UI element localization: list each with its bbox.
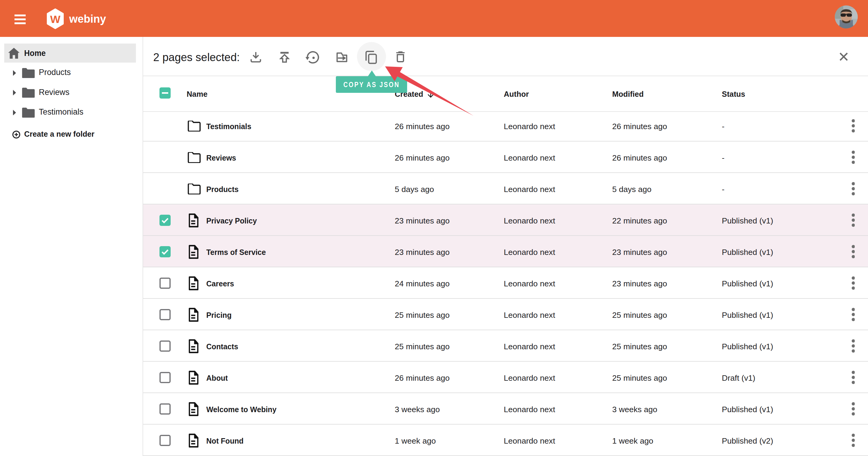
svg-text:W: W bbox=[50, 13, 60, 25]
